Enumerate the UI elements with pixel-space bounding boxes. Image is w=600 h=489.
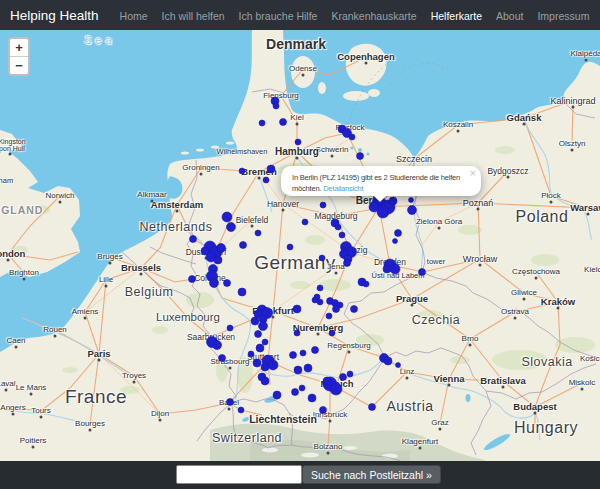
helper-marker[interactable] (213, 341, 222, 350)
helper-marker[interactable] (255, 331, 262, 338)
helper-marker[interactable] (349, 134, 355, 140)
helper-marker[interactable] (201, 247, 209, 255)
helper-marker[interactable] (251, 317, 259, 325)
helper-marker[interactable] (340, 374, 347, 381)
postcode-search-button[interactable]: Suche nach Postleitzahl » (302, 465, 441, 484)
helper-marker[interactable] (268, 360, 278, 370)
helper-marker[interactable] (261, 377, 269, 385)
helper-marker[interactable] (326, 313, 332, 319)
helper-marker[interactable] (347, 371, 353, 377)
navbar: Helping Health HomeIch will helfenIch br… (0, 0, 600, 30)
helper-marker[interactable] (390, 264, 400, 274)
nav-item-l-2: Ich brauche Hilfe (232, 6, 325, 24)
helper-marker[interactable] (238, 407, 244, 413)
helper-map[interactable]: SeaDenmarkCopenhagenOdenseKlaipėdaKalini… (0, 30, 600, 461)
popup-text-line2: möchten. (292, 184, 321, 193)
helper-marker[interactable] (419, 269, 426, 276)
helper-marker[interactable] (227, 399, 234, 406)
nav-link[interactable]: Ich brauche Hilfe (232, 10, 325, 22)
helper-marker[interactable] (262, 339, 268, 345)
search-bar: Suche nach Postleitzahl » (0, 461, 600, 489)
helper-marker[interactable] (295, 139, 301, 145)
helper-marker[interactable] (290, 352, 297, 359)
helper-marker[interactable] (259, 322, 268, 331)
helper-marker[interactable] (300, 350, 306, 356)
helper-marker[interactable] (273, 103, 279, 109)
helper-marker[interactable] (344, 260, 351, 267)
detail-view-link[interactable]: Detailansicht (323, 184, 363, 193)
helper-marker[interactable] (330, 383, 342, 395)
helper-marker[interactable] (363, 281, 369, 287)
nav-link[interactable]: Home (113, 10, 155, 22)
helper-marker[interactable] (214, 256, 222, 264)
helper-marker[interactable] (320, 202, 326, 208)
helper-marker[interactable] (317, 285, 323, 291)
nav-link[interactable]: About (489, 10, 530, 22)
helper-marker[interactable] (273, 391, 281, 399)
helper-marker[interactable] (261, 363, 269, 371)
helper-marker[interactable] (219, 355, 226, 362)
helper-marker[interactable] (319, 255, 325, 261)
helper-marker[interactable] (384, 357, 392, 365)
zoom-out-button[interactable]: − (10, 57, 28, 74)
nav-link[interactable]: Krankenhauskarte (324, 10, 423, 22)
brand: Helping Health (10, 8, 99, 23)
helper-marker[interactable] (293, 305, 301, 313)
helper-marker[interactable] (287, 244, 293, 250)
helper-marker[interactable] (329, 330, 335, 336)
helper-marker[interactable] (317, 299, 323, 305)
helper-marker[interactable] (210, 279, 219, 288)
helper-marker[interactable] (280, 119, 287, 126)
helper-marker[interactable] (227, 223, 236, 232)
helper-marker[interactable] (255, 230, 261, 236)
popup-close-button[interactable]: × (470, 167, 476, 179)
nav-item-l-3: Krankenhauskarte (324, 6, 423, 24)
zoom-control: + − (8, 37, 30, 76)
helper-marker[interactable] (253, 359, 261, 367)
helper-marker[interactable] (256, 344, 264, 352)
helper-marker[interactable] (308, 394, 316, 402)
helper-marker[interactable] (396, 363, 401, 368)
helper-marker[interactable] (299, 385, 305, 391)
helper-marker[interactable] (312, 347, 319, 354)
helper-marker[interactable] (239, 168, 245, 174)
helper-markers-layer[interactable] (0, 30, 600, 461)
helper-marker[interactable] (304, 364, 312, 372)
helper-marker[interactable] (189, 276, 196, 283)
postcode-input[interactable] (176, 465, 302, 484)
map-popup: In Berlin (PLZ 14195) gibt es 2 Studiere… (281, 166, 481, 196)
helper-marker[interactable] (335, 224, 341, 230)
helper-marker[interactable] (369, 202, 379, 212)
helper-marker[interactable] (339, 232, 345, 238)
helper-marker[interactable] (267, 165, 275, 173)
helper-marker[interactable] (294, 330, 300, 336)
helper-marker[interactable] (217, 244, 226, 253)
helper-marker[interactable] (294, 366, 302, 374)
helper-marker[interactable] (302, 219, 308, 225)
helper-marker[interactable] (248, 351, 254, 357)
helper-marker[interactable] (351, 306, 358, 313)
nav-link[interactable]: Impressum (530, 10, 596, 22)
helper-marker[interactable] (395, 230, 402, 237)
helper-marker[interactable] (357, 153, 364, 160)
helper-marker[interactable] (259, 120, 265, 126)
nav-link[interactable]: Helferkarte (424, 10, 489, 22)
helper-marker[interactable] (393, 239, 398, 244)
helper-marker[interactable] (333, 306, 340, 313)
helper-marker[interactable] (227, 325, 233, 331)
helper-marker[interactable] (383, 265, 391, 273)
popup-text-line1: In Berlin (PLZ 14195) gibt es 2 Studiere… (292, 173, 460, 182)
helper-marker[interactable] (408, 206, 417, 215)
helper-marker[interactable] (238, 288, 246, 296)
nav-link[interactable]: Ich will helfen (155, 10, 232, 22)
helper-marker[interactable] (240, 242, 247, 249)
zoom-in-button[interactable]: + (10, 39, 28, 57)
helper-marker[interactable] (320, 407, 327, 414)
helper-marker[interactable] (292, 389, 299, 396)
helper-marker[interactable] (222, 212, 232, 222)
helper-marker[interactable] (263, 177, 269, 183)
helper-marker[interactable] (323, 377, 331, 385)
helper-marker[interactable] (369, 404, 376, 411)
helper-marker[interactable] (224, 280, 231, 287)
helper-marker[interactable] (190, 236, 197, 243)
